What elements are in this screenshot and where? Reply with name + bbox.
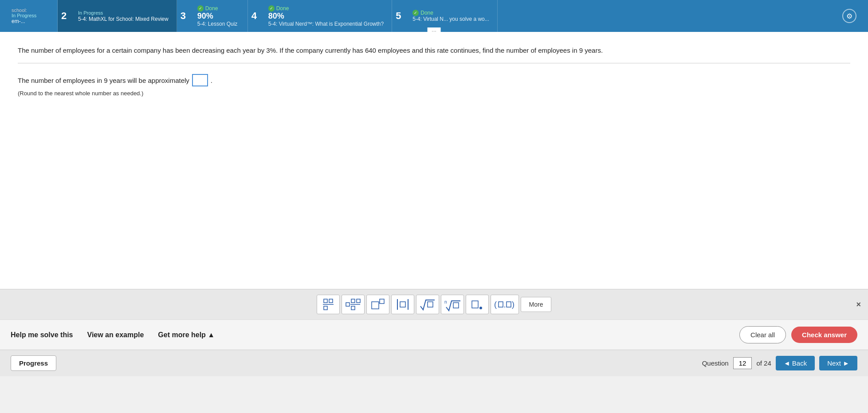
nav-item-3[interactable]: 3 ✓ Done 90% 5-4: Lesson Quiz [177, 0, 248, 32]
footer-right: Question 12 of 24 ◄ Back Next ► [702, 356, 857, 370]
footer-bar: Progress Question 12 of 24 ◄ Back Next ► [0, 350, 868, 376]
question-text: The number of employees for a certain co… [18, 45, 850, 56]
nav-content-4: ✓ Done 80% 5-4: Virtual Nerd™: What is E… [256, 5, 384, 27]
bottom-right-actions: Clear all Check answer [739, 326, 857, 343]
math-toolbar: n ( , ) More × [0, 289, 868, 319]
clear-all-button[interactable]: Clear all [739, 326, 786, 343]
svg-text:,: , [504, 301, 506, 308]
next-button[interactable]: Next ► [819, 356, 857, 370]
divider-dots: ··· [427, 27, 441, 34]
svg-rect-7 [351, 306, 355, 310]
svg-rect-10 [380, 299, 384, 304]
svg-text:n: n [444, 300, 447, 304]
nav-score-3: 90% [197, 12, 240, 21]
status-label: In Progress [12, 13, 50, 18]
absolute-value-button[interactable] [391, 295, 414, 314]
svg-rect-0 [324, 299, 327, 303]
nav-content-3: ✓ Done 90% 5-4: Lesson Quiz [185, 5, 240, 27]
fraction-button[interactable] [317, 295, 340, 314]
svg-rect-2 [324, 306, 327, 310]
round-note: (Round to the nearest whole number as ne… [18, 90, 850, 97]
nav-content-5: ✓ Done 5-4: Virtual N... you solve a wo.… [400, 10, 489, 22]
back-button[interactable]: ◄ Back [776, 356, 815, 370]
svg-rect-18 [472, 301, 478, 308]
nth-root-button[interactable]: n [441, 295, 464, 314]
check-icon-4: ✓ [268, 5, 275, 12]
done-badge-4: ✓ Done [268, 5, 384, 12]
nav-title-3: 5-4: Lesson Quiz [197, 21, 240, 27]
nav-status-2: In Progress [78, 10, 103, 16]
progress-button[interactable]: Progress [11, 355, 56, 371]
nav-item-5[interactable]: 5 ✓ Done 5-4: Virtual N... you solve a w… [392, 0, 498, 32]
svg-rect-23 [507, 302, 511, 307]
mixed-fraction-button[interactable] [342, 295, 365, 314]
main-content: The number of employees for a certain co… [0, 32, 868, 289]
toolbar-close-button[interactable]: × [856, 300, 861, 309]
nav-title-2: 5-4: MathXL for School: Mixed Review [78, 16, 169, 23]
svg-rect-17 [453, 303, 459, 308]
svg-rect-5 [351, 299, 355, 303]
nav-number-2: 2 [61, 10, 67, 22]
answer-input[interactable] [192, 74, 208, 86]
superscript-button[interactable] [366, 295, 389, 314]
settings-gear-icon[interactable]: ⚙ [842, 9, 856, 23]
svg-rect-4 [346, 303, 350, 306]
nav-settings: ⚙ [835, 0, 864, 32]
answer-suffix: . [211, 77, 212, 84]
answer-prefix: The number of employees in 9 years will … [18, 77, 189, 84]
question-divider [18, 63, 850, 63]
bottom-bar: Help me solve this View an example Get m… [0, 319, 868, 350]
item-label: em-... [12, 18, 50, 24]
svg-rect-13 [400, 302, 405, 307]
nav-title-4: 5-4: Virtual Nerd™: What is Exponential … [268, 21, 384, 27]
nav-item-2[interactable]: 2 In Progress 5-4: MathXL for School: Mi… [58, 0, 177, 32]
get-more-help-link[interactable]: Get more help ▲ [158, 331, 215, 339]
nav-number-5: 5 [396, 10, 401, 22]
question-label: Question [702, 359, 729, 367]
svg-rect-3 [329, 299, 333, 303]
nav-number-3: 3 [181, 10, 186, 22]
interval-button[interactable]: ( , ) [491, 295, 519, 314]
svg-rect-9 [372, 302, 379, 309]
done-badge-3: ✓ Done [197, 5, 240, 12]
done-badge-5: ✓ Done [412, 10, 489, 16]
check-icon-5: ✓ [412, 10, 419, 16]
question-number-box: 12 [733, 357, 752, 369]
svg-text:): ) [512, 300, 515, 309]
svg-rect-8 [357, 299, 360, 303]
view-example-link[interactable]: View an example [87, 331, 144, 339]
answer-line: The number of employees in 9 years will … [18, 74, 850, 86]
nav-number-4: 4 [251, 10, 257, 22]
nav-content-2: In Progress 5-4: MathXL for School: Mixe… [66, 9, 169, 23]
check-icon-3: ✓ [197, 5, 204, 12]
svg-rect-15 [428, 302, 433, 307]
nav-title-5: 5-4: Virtual N... you solve a wo... [412, 16, 489, 22]
svg-point-19 [479, 307, 482, 309]
nav-score-4: 80% [268, 12, 384, 21]
decimal-button[interactable] [466, 295, 489, 314]
of-label: of 24 [756, 359, 771, 367]
nav-item-school: school: In Progress em-... [4, 0, 58, 32]
svg-text:(: ( [494, 300, 497, 309]
help-me-solve-link[interactable]: Help me solve this [11, 331, 73, 339]
nav-item-4[interactable]: 4 ✓ Done 80% 5-4: Virtual Nerd™: What is… [248, 0, 393, 32]
svg-rect-21 [499, 302, 503, 307]
more-button[interactable]: More [521, 297, 552, 312]
check-answer-button[interactable]: Check answer [791, 327, 857, 343]
sqrt-button[interactable] [416, 295, 439, 314]
school-label: school: [12, 8, 50, 13]
